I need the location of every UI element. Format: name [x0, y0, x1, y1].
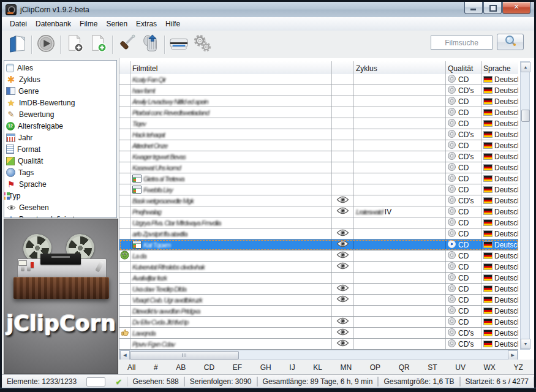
seen-cell: [332, 339, 354, 349]
table-row[interactable]: Kat Tqoxm CDDeutsch: [119, 239, 518, 251]
search-button[interactable]: [497, 34, 524, 50]
movie-window-icon: [132, 175, 142, 183]
quality-label: CD: [458, 186, 469, 194]
sidebar-item-zyklus[interactable]: ✱Zyklus: [4, 74, 116, 85]
status-progress-bar: [86, 377, 105, 386]
alphabet-filter-qr[interactable]: QR: [396, 363, 412, 372]
table-row[interactable]: La da CDDeutsch: [119, 251, 518, 262]
trash-icon: [140, 34, 160, 55]
scroll-up-arrow[interactable]: ▲: [521, 62, 530, 72]
vertical-scrollbar[interactable]: ▲ ▼: [520, 61, 530, 350]
alphabet-filter-op[interactable]: OP: [368, 363, 383, 372]
close-button[interactable]: [502, 2, 530, 14]
sidebar-item-jahr[interactable]: Jahr: [4, 132, 116, 143]
settings-button[interactable]: [191, 34, 214, 56]
sidebar-item-tags[interactable]: Tags: [4, 167, 116, 178]
row-marker-cell: [119, 328, 130, 338]
table-row[interactable]: Pnejhwalag LrateswatdIVCDDeutsch: [119, 206, 518, 217]
table-row[interactable]: Lawqnda CD'sDeutsch: [119, 328, 518, 339]
zyklus-cell: [354, 251, 446, 261]
alphabet-filter-uv[interactable]: UV: [453, 363, 468, 372]
table-row[interactable]: Hack tehaqatCD'sDeutsch: [119, 129, 518, 140]
edit-tools-button[interactable]: [115, 34, 138, 56]
alphabet-filter-kl[interactable]: KL: [311, 363, 325, 372]
alphabet-filter-ef[interactable]: EF: [230, 363, 244, 372]
delete-button[interactable]: [138, 34, 162, 56]
menu-datei[interactable]: Datei: [6, 18, 31, 29]
sidebar-item-alles[interactable]: Alles: [4, 62, 116, 74]
table-row[interactable]: arfo Zpvstprt ffa ataxtfia CDDeutsch: [119, 228, 518, 239]
sidebar-item-altersfreigabe[interactable]: 12Altersfreigabe: [4, 120, 116, 132]
alphabet-filter-mn[interactable]: MN: [338, 363, 355, 372]
sidebar-item-format[interactable]: Format: [4, 143, 116, 155]
vertical-scroll-thumb[interactable]: [521, 110, 530, 122]
scroll-down-arrow[interactable]: ▼: [521, 339, 530, 349]
sidebar-item-bewertung[interactable]: ✎Bewertung: [4, 108, 116, 120]
scroll-left-arrow[interactable]: ◀: [120, 350, 130, 360]
german-flag-icon: [483, 76, 493, 83]
alphabet-filter-wx[interactable]: WX: [481, 363, 498, 372]
play-movie-button[interactable]: [34, 34, 58, 56]
table-row[interactable]: Bask wetgxsoewdte Mgk CD'sDeutsch: [119, 195, 518, 206]
menu-datenbank[interactable]: Datenbank: [31, 18, 75, 29]
alphabet-filter-ij[interactable]: IJ: [287, 363, 297, 372]
alphabet-filter-yz[interactable]: YZ: [511, 363, 525, 372]
menu-serien[interactable]: Serien: [102, 18, 132, 29]
maximize-button[interactable]: [483, 2, 502, 14]
redacted-title-text: Kutxervtat Rfnslebs clwdwhak: [132, 263, 205, 270]
table-row[interactable]: Avafwfjtar fezkCDDeutsch: [119, 273, 518, 284]
horizontal-scrollbar[interactable]: ◀ ▶: [119, 350, 518, 360]
sidebar-item-label: Gesehen: [19, 203, 49, 212]
sidebar-item-typ[interactable]: Typ: [4, 190, 116, 202]
table-row[interactable]: Uzgrya Ffva. Ctar Mfrdwaya FmvdiiaCDDeut…: [119, 217, 518, 228]
sidebar-item-imdb-bewertung[interactable]: ★ImDB-Bewertung: [4, 97, 116, 108]
add-movie-button[interactable]: [63, 34, 86, 56]
alphabet-filter-ab[interactable]: AB: [173, 363, 188, 372]
sidebar-item-gesehen[interactable]: Gesehen: [4, 202, 116, 213]
table-row[interactable]: Dv Efw Cvda Jfd tfvd tp CDDeutsch: [119, 317, 518, 328]
sidebar-item-qualit-t[interactable]: Qualität: [4, 155, 116, 167]
table-row[interactable]: TiqevCDDeutsch: [119, 118, 518, 129]
column-header-quality[interactable]: Qualität: [446, 61, 482, 74]
column-header-title[interactable]: Filmtitel: [130, 61, 332, 74]
alphabet-filter-st[interactable]: ST: [425, 363, 439, 372]
table-row[interactable]: Uxa daw Texdirp Dfda CDDeutsch: [119, 284, 518, 295]
table-row[interactable]: Kwager trgvwrt BevasCD'sDeutsch: [119, 151, 518, 162]
table-row[interactable]: Fwebfa LixyCDDeutsch: [119, 184, 518, 195]
search-input[interactable]: [431, 36, 493, 50]
table-row[interactable]: Kutxervtat Rfnslebs clwdwhak CDDeutsch: [119, 262, 518, 273]
menu-hilfe[interactable]: Hilfe: [161, 18, 184, 29]
add-series-button[interactable]: [86, 34, 110, 56]
alphabet-filter-cd[interactable]: CD: [202, 363, 217, 372]
sidebar-item-sprache[interactable]: ⚑Sprache: [4, 178, 116, 190]
menu-extras[interactable]: Extras: [132, 18, 161, 29]
table-row[interactable]: Ptarbal conc RevedlswetiadandCDDeutsch: [119, 107, 518, 118]
alphabet-filter-all[interactable]: All: [125, 363, 138, 372]
table-row[interactable]: haw famtCD'sDeutsch: [119, 85, 518, 96]
column-header-seen[interactable]: [332, 61, 354, 74]
new-database-button[interactable]: [6, 34, 29, 56]
alphabet-filter-#[interactable]: #: [151, 363, 160, 372]
horizontal-scroll-thumb[interactable]: [130, 351, 239, 360]
column-header-zyklus[interactable]: Zyklus: [354, 61, 446, 74]
table-row[interactable]: Ppvrv Fgxn Cdav CD'sDeutsch: [119, 339, 518, 350]
column-header-language[interactable]: Sprache: [482, 61, 518, 74]
table-row[interactable]: Vbaqrt Cwb. Ugr awdtbkruzk CDDeutsch: [119, 295, 518, 306]
table-row[interactable]: Kasewat Uhs komdCDDeutsch: [119, 162, 518, 173]
sidebar-item-benutzerdefiniert[interactable]: Benutzerdefiniert...: [4, 213, 116, 218]
scroll-right-arrow[interactable]: ▶: [508, 350, 518, 360]
column-header-blank[interactable]: [119, 61, 130, 74]
minimize-button[interactable]: [464, 2, 483, 14]
table-row[interactable]: Gietra al TretewaCDDeutsch: [119, 173, 518, 184]
sidebar-item-genre[interactable]: Genre: [4, 85, 116, 97]
table-row[interactable]: Attednet OnzeCDDeutsch: [119, 140, 518, 151]
eye-icon: [336, 284, 349, 293]
table-row[interactable]: Kcaty Fan QirCDDeutsch: [119, 74, 518, 85]
table-row[interactable]: Dtewdkt tv awvdfan PrtdgxaCDDeutsch: [119, 306, 518, 317]
alphabet-filter-gh[interactable]: GH: [258, 363, 274, 372]
table-row[interactable]: Arwily Lnvadswy Nitfid ed apeinCDDeutsch: [119, 96, 518, 107]
menu-filme[interactable]: Filme: [75, 18, 102, 29]
seen-cell: [332, 217, 354, 228]
german-flag-icon: [483, 307, 493, 314]
scanner-button[interactable]: [167, 34, 191, 56]
